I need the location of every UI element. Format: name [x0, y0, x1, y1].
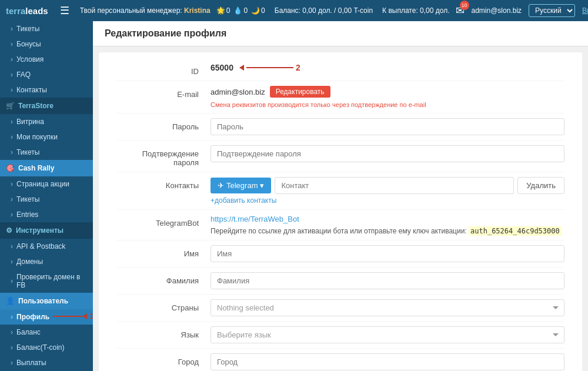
form-row-email: E-mail admin@slon.biz Редактировать Смен…	[116, 81, 564, 113]
id-row: 65000 2	[211, 63, 564, 72]
contact-row: ✈ Telegram ▾ Удалить	[211, 177, 564, 194]
sidebar-item-api-postback[interactable]: ›API & Postback	[0, 239, 93, 254]
sidebar-item-domains[interactable]: ›Домены	[0, 254, 93, 269]
sidebar-section-user[interactable]: 👤Пользователь	[0, 293, 93, 309]
sidebar-item-my-purchases[interactable]: ›Мои покупки	[0, 129, 93, 145]
messages-icon[interactable]: ✉ 10	[456, 4, 465, 17]
form-row-id: ID 65000 2	[116, 58, 564, 81]
sidebar-item-conditions[interactable]: ›Условия	[0, 52, 93, 67]
sidebar-section-cashrally[interactable]: 🎯Cash Rally	[0, 160, 93, 176]
contacts-field: ✈ Telegram ▾ Удалить +добавить контакты	[211, 177, 564, 205]
id-field: 65000 2	[211, 63, 564, 72]
form-row-password: Пароль	[116, 113, 564, 141]
surname-label: Фамилия	[116, 272, 211, 285]
telegram-icon: ✈	[218, 181, 224, 190]
hamburger-icon[interactable]: ☰	[60, 4, 69, 17]
form-row-country: Страны Nothing selected	[116, 295, 564, 322]
sidebar-item-balance[interactable]: ›Баланс	[0, 325, 93, 340]
confirm-password-field	[211, 145, 564, 162]
email-hint: Смена реквизитов производится только чер…	[211, 101, 564, 108]
password-input[interactable]	[211, 118, 564, 135]
sidebar-item-promo-page[interactable]: ›Страница акции	[0, 176, 93, 192]
sidebar-item-tickets[interactable]: ›Тикеты	[0, 21, 93, 36]
sidebar: ›Тикеты ›Бонусы ›Условия ›FAQ ›Контакты …	[0, 21, 93, 371]
bot-link[interactable]: https://t.me/TerraWeb_Bot	[211, 215, 564, 223]
sidebar-section-terrastore[interactable]: 🛒TerraStore	[0, 98, 93, 114]
form-row-name: Имя	[116, 240, 564, 268]
sidebar-item-showcase[interactable]: ›Витрина	[0, 114, 93, 129]
topbar-right: ✉ 10 admin@slon.biz Русский Выйти	[456, 4, 589, 17]
form-row-surname: Фамилия	[116, 268, 564, 295]
sidebar-item-profile[interactable]: ›Профиль 1	[0, 309, 93, 325]
city-input[interactable]	[211, 353, 564, 370]
surname-field	[211, 272, 564, 289]
sidebar-item-contacts[interactable]: ›Контакты	[0, 82, 93, 98]
name-label: Имя	[116, 245, 211, 258]
form-row-telegrambot: TelegramBot https://t.me/TerraWeb_Bot Пе…	[116, 210, 564, 240]
sidebar-item-bonuses[interactable]: ›Бонусы	[0, 36, 93, 52]
manager-label: Твой персональный менеджер: Kristina	[80, 6, 211, 15]
main-layout: ›Тикеты ›Бонусы ›Условия ›FAQ ›Контакты …	[0, 21, 588, 371]
sidebar-item-check-domain[interactable]: ›Проверить домен в FB	[0, 269, 93, 293]
email-field: admin@slon.biz Редактировать Смена рекви…	[211, 86, 564, 108]
payout-display: К выплате: 0,00 дол.	[382, 6, 449, 15]
country-field: Nothing selected	[211, 299, 564, 316]
email-row: admin@slon.biz Редактировать	[211, 86, 564, 98]
coins-display: 🌟 0 💧 0 🌙 0	[216, 6, 265, 15]
add-contact-link[interactable]: +добавить контакты	[211, 196, 564, 205]
sidebar-item-balance-tcoin[interactable]: ›Баланс(T-coin)	[0, 340, 93, 355]
id-value: 65000	[211, 63, 233, 72]
form-row-city: Город	[116, 349, 564, 371]
email-label: E-mail	[116, 86, 211, 99]
edit-email-button[interactable]: Редактировать	[270, 86, 330, 98]
delete-contact-button[interactable]: Удалить	[517, 177, 564, 194]
logout-link[interactable]: Выйти	[582, 6, 588, 15]
sidebar-item-payouts[interactable]: ›Выплаты	[0, 355, 93, 370]
balance-display: Баланс: 0,00 дол. / 0,00 T-coin	[275, 6, 373, 15]
form-row-contacts: Контакты ✈ Telegram ▾ Удалить +добавить …	[116, 172, 564, 210]
password-field	[211, 118, 564, 135]
confirm-password-label: Подтверждение пароля	[116, 145, 211, 167]
annotation-1: 1	[53, 312, 93, 320]
topbar-logo: terraleads	[6, 6, 48, 16]
bot-key: auth_65264_46c9d53000	[469, 226, 562, 236]
content-area: Редактирование профиля ID 65000 2	[93, 21, 588, 371]
name-field	[211, 245, 564, 262]
form-row-language: Язык Выберите язык	[116, 322, 564, 349]
message-badge: 10	[460, 1, 469, 10]
telegrambot-field: https://t.me/TerraWeb_Bot Перейдите по с…	[211, 215, 564, 235]
annotation-2: 2	[239, 63, 300, 72]
form-row-confirm-password: Подтверждение пароля	[116, 141, 564, 172]
telegram-button[interactable]: ✈ Telegram ▾	[211, 178, 271, 193]
sidebar-item-tickets2[interactable]: ›Тикеты	[0, 145, 93, 160]
sidebar-item-tickets3[interactable]: ›Тикеты	[0, 192, 93, 207]
language-selector[interactable]: Русский	[529, 4, 575, 17]
city-label: Город	[116, 353, 211, 366]
contact-input[interactable]	[275, 177, 514, 194]
contacts-label: Контакты	[116, 177, 211, 190]
language-select[interactable]: Выберите язык	[211, 326, 564, 343]
id-label: ID	[116, 63, 211, 76]
language-label: Язык	[116, 326, 211, 339]
country-label: Страны	[116, 299, 211, 312]
sidebar-item-faq[interactable]: ›FAQ	[0, 67, 93, 82]
email-value: admin@slon.biz	[211, 88, 265, 96]
topbar: terraleads ☰ Твой персональный менеджер:…	[0, 0, 588, 21]
name-input[interactable]	[211, 245, 564, 262]
language-field: Выберите язык	[211, 326, 564, 343]
confirm-password-input[interactable]	[211, 145, 564, 162]
country-select[interactable]: Nothing selected	[211, 299, 564, 316]
sidebar-item-entries[interactable]: ›Entries	[0, 207, 93, 222]
telegram-dropdown-icon: ▾	[260, 181, 264, 190]
password-label: Пароль	[116, 118, 211, 131]
user-email: admin@slon.biz	[472, 6, 522, 15]
surname-input[interactable]	[211, 272, 564, 289]
bot-hint: Перейдите по ссылке для активации бота и…	[211, 227, 564, 235]
sidebar-section-instruments[interactable]: ⚙Инструменты	[0, 222, 93, 239]
page-title: Редактирование профиля	[93, 21, 588, 46]
profile-form: ID 65000 2 E-mail	[99, 52, 582, 371]
telegrambot-label: TelegramBot	[116, 215, 211, 228]
city-field	[211, 353, 564, 370]
